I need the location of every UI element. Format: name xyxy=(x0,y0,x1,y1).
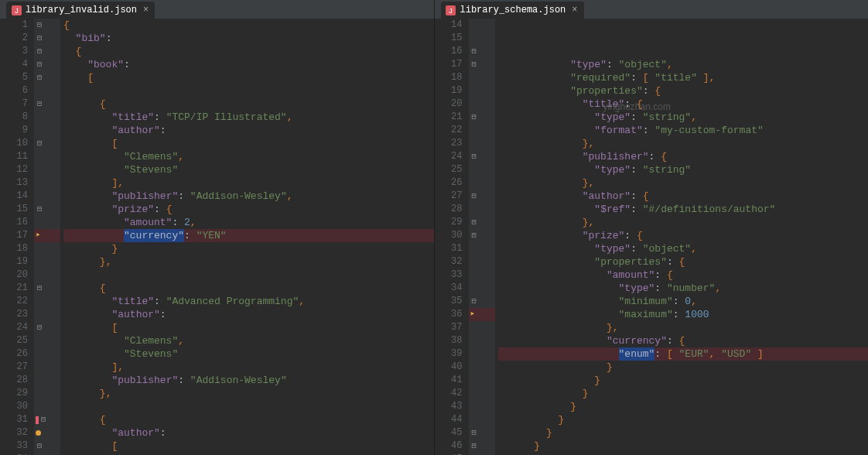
margin-cell[interactable]: ⊟ xyxy=(469,150,495,163)
margin-cell[interactable] xyxy=(34,84,60,98)
margin-cell[interactable] xyxy=(469,282,495,295)
code-line[interactable]: "properties": { xyxy=(498,255,869,269)
code-line[interactable]: "title": "TCP/IP Illustrated", xyxy=(63,111,434,124)
margin-cell[interactable]: ⊟ xyxy=(34,440,60,453)
code-line[interactable]: "Stevens" xyxy=(63,347,434,361)
code-line[interactable]: [ xyxy=(63,440,434,453)
margin-cell[interactable] xyxy=(469,19,495,32)
code-line[interactable]: { xyxy=(63,45,434,58)
margin-cell[interactable] xyxy=(469,137,495,150)
code-line[interactable]: "publisher": { xyxy=(498,150,869,163)
margin-cell[interactable] xyxy=(34,176,60,190)
margin-cell[interactable] xyxy=(469,203,495,216)
code-line[interactable]: { xyxy=(63,413,434,426)
margin-cell[interactable] xyxy=(34,255,60,269)
code-line[interactable]: "prize": { xyxy=(63,203,434,216)
margin-cell[interactable] xyxy=(34,242,60,255)
margin-cell[interactable] xyxy=(469,347,495,361)
code-line[interactable]: { xyxy=(63,98,434,111)
editor-right[interactable]: 1415161718192021222324252627282930313233… xyxy=(435,19,869,455)
code-line[interactable]: "Stevens" xyxy=(63,163,434,176)
code-line[interactable]: }, xyxy=(498,321,869,334)
margin-cell[interactable]: ⊟ xyxy=(34,19,60,32)
code-line[interactable]: ], xyxy=(63,361,434,374)
code-line[interactable]: { xyxy=(63,282,434,295)
tab-library-schema[interactable]: J library_schema.json × xyxy=(441,2,584,19)
code-line[interactable] xyxy=(63,269,434,282)
margin-cell[interactable] xyxy=(469,124,495,137)
fold-toggle-icon[interactable]: ⊟ xyxy=(470,150,478,163)
margin-cell[interactable] xyxy=(469,98,495,111)
code-line[interactable]: }, xyxy=(63,255,434,269)
code-line[interactable]: "minimum": 0, xyxy=(498,295,869,308)
code-line[interactable]: "type": "object", xyxy=(498,58,869,71)
margin-cell[interactable] xyxy=(469,84,495,98)
margin-cell[interactable] xyxy=(469,32,495,45)
margin-cell[interactable]: ⊟ xyxy=(469,440,495,453)
margin-cell[interactable]: ⊟ xyxy=(469,295,495,308)
code-line[interactable]: }, xyxy=(63,387,434,400)
code-line[interactable]: [ xyxy=(63,321,434,334)
margin-cell[interactable] xyxy=(469,361,495,374)
margin-cell[interactable] xyxy=(469,242,495,255)
margin-cell[interactable]: ⊟ xyxy=(469,190,495,203)
margin-cell[interactable] xyxy=(34,269,60,282)
margin-cell[interactable]: ⊟ xyxy=(469,45,495,58)
margin-cell[interactable]: ➤ xyxy=(469,308,495,321)
code-line[interactable]: "Clemens", xyxy=(63,150,434,163)
code-line[interactable]: "amount": 2, xyxy=(63,216,434,229)
code-line[interactable]: } xyxy=(498,440,869,453)
margin-cell[interactable]: ⊟ xyxy=(469,111,495,124)
margin-cell[interactable] xyxy=(34,216,60,229)
margin-cell[interactable] xyxy=(34,426,60,440)
code-line[interactable]: "enum": [ "EUR", "USD" ] xyxy=(498,347,869,361)
fold-toggle-icon[interactable]: ⊟ xyxy=(470,426,478,440)
margin-cell[interactable] xyxy=(469,269,495,282)
fold-toggle-icon[interactable]: ⊟ xyxy=(36,45,43,58)
code-line[interactable]: } xyxy=(63,242,434,255)
editor-left[interactable]: 1234567891011121314151617181920212223242… xyxy=(0,19,434,455)
fold-toggle-icon[interactable]: ⊟ xyxy=(470,190,478,203)
margin-cell[interactable] xyxy=(34,163,60,176)
code-area[interactable]: yinghezhan.com "type": "object", "requir… xyxy=(495,19,869,455)
margin-cell[interactable]: ⊟ xyxy=(34,137,60,150)
margin-cell[interactable] xyxy=(34,361,60,374)
code-line[interactable]: "type": "number", xyxy=(498,282,869,295)
margin-cell[interactable] xyxy=(469,71,495,84)
code-area[interactable]: { "bib": { "book": [ { "title": "TCP/IP … xyxy=(60,19,434,455)
code-line[interactable]: "author": xyxy=(63,308,434,321)
code-line[interactable]: [ xyxy=(63,71,434,84)
margin-cell[interactable] xyxy=(469,321,495,334)
margin-cell[interactable] xyxy=(34,295,60,308)
fold-toggle-icon[interactable]: ⊟ xyxy=(36,137,43,150)
margin-cell[interactable]: ⊟ xyxy=(34,282,60,295)
code-line[interactable]: } xyxy=(498,387,869,400)
code-line[interactable]: "$ref": "#/definitions/author" xyxy=(498,203,869,216)
fold-toggle-icon[interactable]: ⊟ xyxy=(470,295,478,308)
margin-cell[interactable] xyxy=(34,334,60,347)
code-line[interactable]: "currency": { xyxy=(498,334,869,347)
code-line[interactable]: } xyxy=(498,426,869,440)
fold-toggle-icon[interactable]: ⊟ xyxy=(36,32,43,45)
fold-toggle-icon[interactable]: ⊟ xyxy=(470,440,478,453)
margin-cell[interactable]: ⊟ xyxy=(34,321,60,334)
margin-cell[interactable]: ⊟ xyxy=(469,229,495,242)
fold-toggle-icon[interactable]: ⊟ xyxy=(36,98,43,111)
margin-cell[interactable]: ⊟ xyxy=(34,58,60,71)
code-line[interactable]: ], xyxy=(63,176,434,190)
fold-toggle-icon[interactable]: ⊟ xyxy=(36,321,43,334)
code-line[interactable] xyxy=(63,400,434,413)
tab-library-invalid[interactable]: J library_invalid.json × xyxy=(6,2,155,19)
fold-toggle-icon[interactable]: ⊟ xyxy=(470,111,478,124)
margin-cell[interactable]: ⊟ xyxy=(34,413,60,426)
fold-toggle-icon[interactable]: ⊟ xyxy=(39,413,47,426)
code-line[interactable]: "format": "my-custom-format" xyxy=(498,124,869,137)
margin-cell[interactable]: ⊟ xyxy=(34,45,60,58)
code-line[interactable]: "publisher": "Addison-Wesley", xyxy=(63,190,434,203)
code-line[interactable]: "required": [ "title" ], xyxy=(498,71,869,84)
fold-margin[interactable]: ⊟⊟⊟⊟⊟⊟⊟⊟➤⊟⊟⊟⊟ xyxy=(34,19,60,455)
code-line[interactable]: "publisher": "Addison-Wesley" xyxy=(63,374,434,387)
margin-cell[interactable] xyxy=(34,111,60,124)
margin-cell[interactable]: ➤ xyxy=(34,229,60,242)
fold-toggle-icon[interactable]: ⊟ xyxy=(36,203,43,216)
